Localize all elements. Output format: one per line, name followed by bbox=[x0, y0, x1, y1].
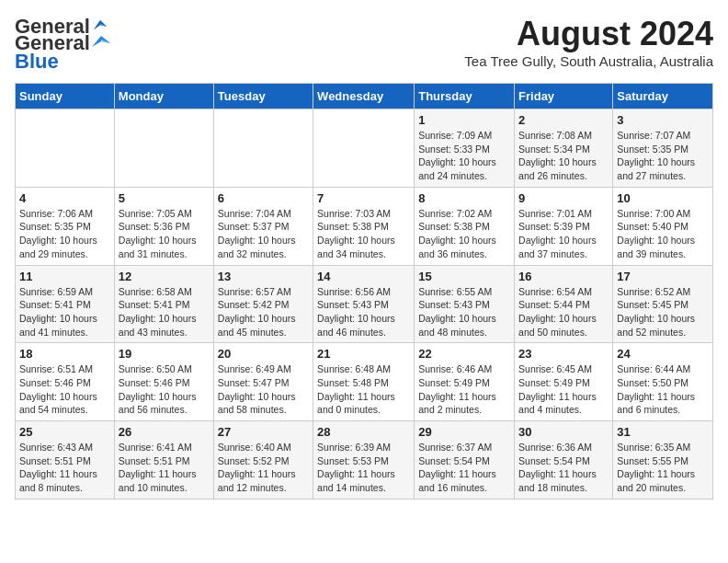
day-number: 18 bbox=[19, 347, 110, 361]
month-year-title: August 2024 bbox=[464, 15, 713, 53]
day-info: Sunrise: 6:36 AMSunset: 5:54 PMDaylight:… bbox=[518, 441, 609, 495]
day-number: 23 bbox=[518, 347, 609, 361]
table-row: 4Sunrise: 7:06 AMSunset: 5:35 PMDaylight… bbox=[16, 187, 115, 265]
day-info: Sunrise: 6:55 AMSunset: 5:43 PMDaylight:… bbox=[418, 285, 510, 339]
day-info: Sunrise: 7:06 AMSunset: 5:35 PMDaylight:… bbox=[19, 207, 110, 261]
table-row: 25Sunrise: 6:43 AMSunset: 5:51 PMDayligh… bbox=[16, 421, 115, 500]
day-number: 20 bbox=[218, 347, 309, 361]
calendar-table: Sunday Monday Tuesday Wednesday Thursday… bbox=[15, 83, 713, 500]
day-number: 16 bbox=[518, 270, 609, 283]
table-row: 15Sunrise: 6:55 AMSunset: 5:43 PMDayligh… bbox=[415, 265, 515, 343]
table-row: 7Sunrise: 7:03 AMSunset: 5:38 PMDaylight… bbox=[313, 187, 415, 265]
day-number: 8 bbox=[418, 191, 510, 205]
table-row: 14Sunrise: 6:56 AMSunset: 5:43 PMDayligh… bbox=[313, 265, 415, 343]
day-number: 24 bbox=[617, 347, 709, 361]
table-row: 31Sunrise: 6:35 AMSunset: 5:55 PMDayligh… bbox=[613, 421, 713, 500]
day-number: 21 bbox=[317, 347, 410, 361]
day-info: Sunrise: 6:35 AMSunset: 5:55 PMDaylight:… bbox=[617, 441, 709, 495]
day-number: 29 bbox=[418, 425, 510, 439]
day-info: Sunrise: 7:08 AMSunset: 5:34 PMDaylight:… bbox=[518, 129, 609, 183]
day-info: Sunrise: 7:03 AMSunset: 5:38 PMDaylight:… bbox=[317, 207, 410, 261]
table-row bbox=[213, 109, 313, 188]
day-number: 27 bbox=[218, 425, 309, 439]
day-info: Sunrise: 6:40 AMSunset: 5:52 PMDaylight:… bbox=[218, 441, 309, 495]
day-number: 13 bbox=[218, 270, 309, 283]
day-info: Sunrise: 6:49 AMSunset: 5:47 PMDaylight:… bbox=[218, 362, 309, 417]
day-info: Sunrise: 6:44 AMSunset: 5:50 PMDaylight:… bbox=[617, 362, 709, 417]
table-row: 21Sunrise: 6:48 AMSunset: 5:48 PMDayligh… bbox=[313, 343, 415, 421]
table-row: 12Sunrise: 6:58 AMSunset: 5:41 PMDayligh… bbox=[114, 265, 213, 343]
header-monday: Monday bbox=[114, 84, 213, 109]
location-subtitle: Tea Tree Gully, South Australia, Austral… bbox=[464, 53, 713, 69]
table-row: 18Sunrise: 6:51 AMSunset: 5:46 PMDayligh… bbox=[16, 343, 115, 421]
day-info: Sunrise: 6:50 AMSunset: 5:46 PMDaylight:… bbox=[119, 362, 210, 417]
day-info: Sunrise: 7:00 AMSunset: 5:40 PMDaylight:… bbox=[617, 207, 709, 261]
day-info: Sunrise: 6:39 AMSunset: 5:53 PMDaylight:… bbox=[317, 441, 410, 495]
day-number: 1 bbox=[418, 113, 510, 127]
table-row: 2Sunrise: 7:08 AMSunset: 5:34 PMDaylight… bbox=[515, 109, 613, 188]
day-number: 19 bbox=[119, 347, 210, 361]
day-number: 5 bbox=[119, 191, 210, 205]
day-number: 14 bbox=[317, 270, 410, 283]
calendar-header-row: Sunday Monday Tuesday Wednesday Thursday… bbox=[16, 84, 713, 109]
day-info: Sunrise: 6:48 AMSunset: 5:48 PMDaylight:… bbox=[317, 362, 410, 417]
calendar-week-row: 1Sunrise: 7:09 AMSunset: 5:33 PMDaylight… bbox=[16, 109, 713, 188]
day-info: Sunrise: 6:56 AMSunset: 5:43 PMDaylight:… bbox=[317, 285, 410, 339]
table-row bbox=[114, 109, 213, 188]
day-info: Sunrise: 7:05 AMSunset: 5:36 PMDaylight:… bbox=[119, 207, 210, 261]
table-row: 24Sunrise: 6:44 AMSunset: 5:50 PMDayligh… bbox=[613, 343, 713, 421]
day-number: 22 bbox=[418, 347, 510, 361]
day-number: 28 bbox=[317, 425, 410, 439]
logo: General General Blue bbox=[15, 15, 112, 74]
table-row: 27Sunrise: 6:40 AMSunset: 5:52 PMDayligh… bbox=[213, 421, 313, 500]
page-header: General General Blue August 2024 Tea Tre… bbox=[15, 15, 713, 74]
day-number: 10 bbox=[617, 191, 709, 205]
table-row: 13Sunrise: 6:57 AMSunset: 5:42 PMDayligh… bbox=[213, 265, 313, 343]
table-row: 6Sunrise: 7:04 AMSunset: 5:37 PMDaylight… bbox=[213, 187, 313, 265]
day-number: 12 bbox=[119, 270, 210, 283]
table-row bbox=[313, 109, 415, 188]
header-tuesday: Tuesday bbox=[213, 84, 313, 109]
day-info: Sunrise: 7:01 AMSunset: 5:39 PMDaylight:… bbox=[518, 207, 609, 261]
day-number: 26 bbox=[119, 425, 210, 439]
day-number: 2 bbox=[518, 113, 609, 127]
header-wednesday: Wednesday bbox=[313, 84, 415, 109]
table-row: 8Sunrise: 7:02 AMSunset: 5:38 PMDaylight… bbox=[415, 187, 515, 265]
day-info: Sunrise: 6:41 AMSunset: 5:51 PMDaylight:… bbox=[119, 441, 210, 495]
day-info: Sunrise: 7:09 AMSunset: 5:33 PMDaylight:… bbox=[418, 129, 510, 183]
day-info: Sunrise: 7:04 AMSunset: 5:37 PMDaylight:… bbox=[218, 207, 309, 261]
table-row: 10Sunrise: 7:00 AMSunset: 5:40 PMDayligh… bbox=[613, 187, 713, 265]
table-row: 19Sunrise: 6:50 AMSunset: 5:46 PMDayligh… bbox=[114, 343, 213, 421]
calendar-week-row: 4Sunrise: 7:06 AMSunset: 5:35 PMDaylight… bbox=[16, 187, 713, 265]
table-row: 16Sunrise: 6:54 AMSunset: 5:44 PMDayligh… bbox=[515, 265, 613, 343]
logo-blue-part: Blue bbox=[15, 50, 59, 74]
calendar-week-row: 18Sunrise: 6:51 AMSunset: 5:46 PMDayligh… bbox=[16, 343, 713, 421]
day-info: Sunrise: 6:37 AMSunset: 5:54 PMDaylight:… bbox=[418, 441, 510, 495]
day-info: Sunrise: 7:02 AMSunset: 5:38 PMDaylight:… bbox=[418, 207, 510, 261]
table-row: 30Sunrise: 6:36 AMSunset: 5:54 PMDayligh… bbox=[515, 421, 613, 500]
table-row: 20Sunrise: 6:49 AMSunset: 5:47 PMDayligh… bbox=[213, 343, 313, 421]
table-row: 9Sunrise: 7:01 AMSunset: 5:39 PMDaylight… bbox=[515, 187, 613, 265]
table-row: 1Sunrise: 7:09 AMSunset: 5:33 PMDaylight… bbox=[415, 109, 515, 188]
day-number: 30 bbox=[518, 425, 609, 439]
day-info: Sunrise: 6:51 AMSunset: 5:46 PMDaylight:… bbox=[19, 362, 110, 417]
day-number: 31 bbox=[617, 425, 709, 439]
day-number: 11 bbox=[19, 270, 110, 283]
day-number: 7 bbox=[317, 191, 410, 205]
title-block: August 2024 Tea Tree Gully, South Austra… bbox=[464, 15, 713, 69]
table-row: 23Sunrise: 6:45 AMSunset: 5:49 PMDayligh… bbox=[515, 343, 613, 421]
day-info: Sunrise: 6:59 AMSunset: 5:41 PMDaylight:… bbox=[19, 285, 110, 339]
day-info: Sunrise: 6:58 AMSunset: 5:41 PMDaylight:… bbox=[119, 285, 210, 339]
table-row: 5Sunrise: 7:05 AMSunset: 5:36 PMDaylight… bbox=[114, 187, 213, 265]
day-number: 6 bbox=[218, 191, 309, 205]
table-row: 26Sunrise: 6:41 AMSunset: 5:51 PMDayligh… bbox=[114, 421, 213, 500]
day-info: Sunrise: 7:07 AMSunset: 5:35 PMDaylight:… bbox=[617, 129, 709, 183]
table-row: 29Sunrise: 6:37 AMSunset: 5:54 PMDayligh… bbox=[415, 421, 515, 500]
day-number: 15 bbox=[418, 270, 510, 283]
day-info: Sunrise: 6:57 AMSunset: 5:42 PMDaylight:… bbox=[218, 285, 309, 339]
header-friday: Friday bbox=[515, 84, 613, 109]
day-info: Sunrise: 6:54 AMSunset: 5:44 PMDaylight:… bbox=[518, 285, 609, 339]
day-number: 9 bbox=[518, 191, 609, 205]
table-row: 11Sunrise: 6:59 AMSunset: 5:41 PMDayligh… bbox=[16, 265, 115, 343]
table-row bbox=[16, 109, 115, 188]
